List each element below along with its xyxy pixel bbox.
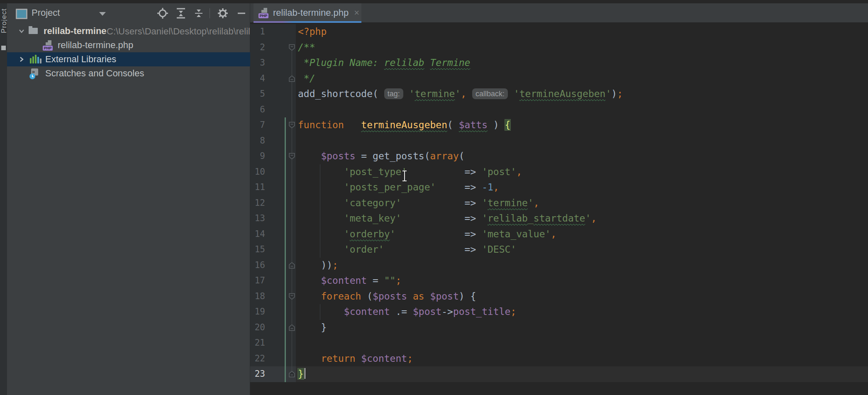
gutter-cell[interactable]: 22	[250, 351, 296, 367]
gutter-cell[interactable]: 2	[250, 40, 296, 56]
collapse-all-icon[interactable]	[193, 7, 205, 20]
vcs-added-marker	[285, 242, 286, 258]
gutter-cell[interactable]: 1	[250, 24, 296, 40]
settings-gear-icon[interactable]	[217, 7, 229, 20]
code-line[interactable]: 19 $content .= $post->post_title;	[250, 304, 868, 320]
scratches-icon: »	[29, 68, 40, 79]
gutter-cell[interactable]: 14	[250, 227, 296, 242]
code-text: $content = "";	[296, 273, 401, 289]
gutter-cell[interactable]: 12	[250, 195, 296, 211]
gutter-cell[interactable]: 21	[250, 335, 296, 351]
code-text: $posts = get_posts(array(	[296, 149, 465, 164]
vcs-added-marker	[285, 351, 286, 367]
line-number: 9	[250, 149, 265, 164]
gutter-cell[interactable]: 18	[250, 289, 296, 305]
chevron-down-icon[interactable]	[18, 27, 25, 35]
tree-item-label: relilab-termine	[44, 26, 107, 37]
gutter-cell[interactable]: 6	[250, 102, 296, 118]
gutter-cell[interactable]: 16	[250, 258, 296, 273]
gutter-cell[interactable]: 10	[250, 164, 296, 180]
code-line[interactable]: 15 'order' => 'DESC'	[250, 242, 868, 258]
vcs-added-marker	[285, 117, 286, 133]
code-line[interactable]: 21	[250, 335, 868, 351]
close-icon[interactable]: ×	[354, 7, 359, 18]
line-number: 10	[250, 164, 265, 180]
code-editor[interactable]: 1<?php2/**3 *Plugin Name: relilab Termin…	[250, 23, 868, 395]
code-line[interactable]: 16 ));	[250, 258, 868, 273]
line-number: 22	[250, 351, 265, 367]
gutter-cell[interactable]: 8	[250, 133, 296, 149]
code-line[interactable]: 14 'orderby' => 'meta_value',	[250, 227, 868, 242]
fold-start-icon[interactable]	[288, 293, 295, 300]
code-line[interactable]: 2/**	[250, 40, 868, 56]
vcs-added-marker	[285, 211, 286, 227]
project-panel-title[interactable]: Project	[32, 7, 60, 18]
gutter-cell[interactable]: 5	[250, 86, 296, 102]
fold-start-icon[interactable]	[288, 153, 295, 160]
code-line[interactable]: 13 'meta_key' => 'relilab_startdate',	[250, 211, 868, 227]
gutter-cell[interactable]: 20	[250, 320, 296, 336]
code-line[interactable]: 12 'category' => 'termine',	[250, 195, 868, 211]
tree-item-label: relilab-termine.php	[58, 40, 133, 51]
php-file-icon: PHP	[258, 7, 269, 18]
fold-start-icon[interactable]	[288, 44, 295, 51]
code-line[interactable]: 23}	[250, 366, 868, 382]
code-line[interactable]: 18 foreach ($posts as $post) {	[250, 289, 868, 305]
chevron-down-icon[interactable]	[99, 12, 106, 16]
gutter-cell[interactable]: 7	[250, 117, 296, 133]
editor-tab-bar: PHP relilab-termine.php ×	[250, 3, 868, 23]
code-line[interactable]: 6	[250, 102, 868, 118]
gutter-cell[interactable]: 11	[250, 180, 296, 195]
fold-end-icon[interactable]	[288, 371, 295, 378]
code-text: }	[296, 320, 327, 336]
tree-item-project-root[interactable]: relilab-termine C:\Users\Daniel\Desktop\…	[7, 24, 250, 38]
fold-end-icon[interactable]	[288, 262, 295, 269]
indent-guide	[320, 304, 320, 320]
fold-end-icon[interactable]	[288, 75, 295, 82]
tree-item-php-file[interactable]: PHP relilab-termine.php	[7, 38, 250, 52]
project-stripe-button[interactable]: Project	[0, 8, 7, 33]
code-line[interactable]: 1<?php	[250, 24, 868, 40]
gutter-cell[interactable]: 17	[250, 273, 296, 289]
code-line[interactable]: 20 }	[250, 320, 868, 336]
code-line[interactable]: 5add_shortcode( tag: 'termine', callback…	[250, 86, 868, 102]
code-line[interactable]: 8	[250, 133, 868, 149]
indent-guide	[320, 227, 320, 242]
code-line[interactable]: 11 'posts_per_page' => -1,	[250, 180, 868, 195]
code-line[interactable]: 17 $content = "";	[250, 273, 868, 289]
text-caret	[305, 368, 305, 379]
hide-panel-icon[interactable]	[235, 7, 248, 20]
tree-item-external-libraries[interactable]: External Libraries	[7, 52, 250, 66]
chevron-right-icon[interactable]	[18, 56, 25, 63]
indent-guide	[320, 195, 320, 211]
line-number: 17	[250, 273, 265, 289]
code-line[interactable]: 10 'post_type' => 'post',	[250, 164, 868, 180]
locate-target-icon[interactable]	[156, 7, 169, 20]
code-text: add_shortcode( tag: 'termine', callback:…	[296, 86, 623, 102]
tab-relilab-termine-php[interactable]: PHP relilab-termine.php ×	[254, 3, 361, 22]
tree-item-label: Scratches and Consoles	[45, 68, 144, 79]
code-line[interactable]: 3 *Plugin Name: relilab Termine	[250, 55, 868, 71]
fold-end-icon[interactable]	[288, 324, 295, 331]
code-line[interactable]: 22 return $content;	[250, 351, 868, 367]
gutter-cell[interactable]: 9	[250, 149, 296, 164]
fold-start-icon[interactable]	[288, 122, 295, 129]
ide-window: Project Project	[0, 0, 868, 395]
code-line[interactable]: 9 $posts = get_posts(array(	[250, 149, 868, 164]
code-line[interactable]: 7function termineAusgeben( $atts ) {	[250, 117, 868, 133]
gutter-cell[interactable]: 19	[250, 304, 296, 320]
gutter-cell[interactable]: 13	[250, 211, 296, 227]
code-text: *Plugin Name: relilab Termine	[296, 55, 470, 71]
tree-item-scratches[interactable]: » Scratches and Consoles	[7, 66, 250, 80]
line-number: 23	[250, 366, 265, 382]
expand-all-icon[interactable]	[175, 7, 187, 20]
gutter-cell[interactable]: 4	[250, 71, 296, 87]
line-number: 11	[250, 180, 265, 195]
gutter-cell[interactable]: 3	[250, 55, 296, 71]
line-number: 15	[250, 242, 265, 258]
indent-guide	[320, 242, 320, 258]
gutter-cell[interactable]: 15	[250, 242, 296, 258]
gutter-cell[interactable]: 23	[250, 366, 296, 382]
line-number: 13	[250, 211, 265, 227]
code-line[interactable]: 4 */	[250, 71, 868, 87]
